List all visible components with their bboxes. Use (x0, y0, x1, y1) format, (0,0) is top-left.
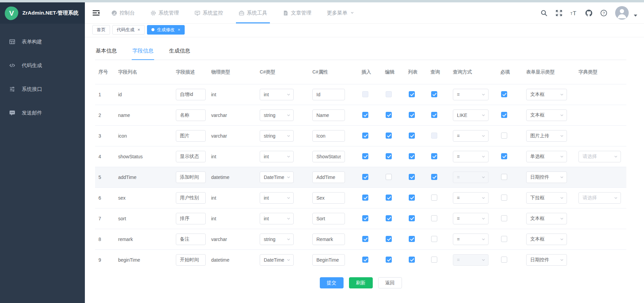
query-type-select[interactable]: LIKE (453, 109, 489, 121)
field-description-input[interactable] (176, 192, 206, 204)
edit-checkbox[interactable] (386, 257, 392, 263)
list-checkbox[interactable] (409, 215, 415, 221)
topnav-item-system-monitor[interactable]: 系统监控 (195, 2, 223, 23)
query-type-select[interactable]: = (453, 234, 489, 245)
topnav-item-console[interactable]: 控制台 (111, 2, 135, 23)
query-checkbox[interactable] (431, 236, 437, 242)
cs-property-input[interactable] (312, 234, 345, 245)
field-description-input[interactable] (176, 89, 206, 100)
field-description-input[interactable] (176, 171, 206, 183)
topnav-item-article-manage[interactable]: 文章管理 (283, 2, 311, 23)
list-checkbox[interactable] (409, 153, 415, 159)
list-checkbox[interactable] (409, 133, 415, 139)
display-type-select[interactable]: 文本框 (526, 213, 567, 224)
query-type-select[interactable]: = (453, 171, 489, 183)
back-button[interactable]: 返回 (378, 277, 402, 288)
query-type-select[interactable]: = (453, 89, 489, 100)
tab-close-icon[interactable]: × (178, 27, 181, 32)
cs-property-input[interactable] (312, 213, 345, 224)
subtab-field-info[interactable]: 字段信息 (132, 43, 154, 60)
list-checkbox[interactable] (409, 174, 415, 180)
required-checkbox[interactable] (501, 195, 507, 201)
display-type-select[interactable]: 图片上传 (526, 130, 567, 142)
topnav-item-system-manage[interactable]: 系统管理 (150, 2, 179, 23)
insert-checkbox[interactable] (362, 153, 368, 159)
edit-checkbox[interactable] (386, 174, 392, 180)
cs-property-input[interactable] (312, 130, 345, 142)
query-checkbox[interactable] (431, 195, 437, 201)
display-type-select[interactable]: 下拉框 (526, 192, 567, 204)
display-type-select[interactable]: 日期控件 (526, 254, 567, 266)
query-checkbox[interactable] (431, 257, 437, 263)
cs-type-select[interactable]: string (260, 109, 294, 121)
edit-checkbox[interactable] (386, 153, 392, 159)
edit-checkbox[interactable] (386, 215, 392, 221)
display-type-select[interactable]: 文本框 (526, 89, 567, 100)
field-description-input[interactable] (176, 254, 206, 266)
edit-checkbox[interactable] (386, 112, 392, 118)
insert-checkbox[interactable] (362, 174, 368, 180)
field-description-input[interactable] (176, 234, 206, 245)
sidebar-item-form-build[interactable]: 表单构建 (0, 30, 85, 54)
cs-type-select[interactable]: int (260, 89, 294, 100)
logo-row[interactable]: V ZrAdmin.NET-管理系统 (0, 2, 85, 24)
subtab-generate-info[interactable]: 生成信息 (168, 43, 191, 60)
insert-checkbox[interactable] (362, 215, 368, 221)
insert-checkbox[interactable] (362, 257, 368, 263)
query-type-select[interactable]: = (453, 213, 489, 224)
insert-checkbox[interactable] (362, 195, 368, 201)
list-checkbox[interactable] (409, 112, 415, 118)
sidebar-item-system-api[interactable]: 系统接口 (0, 77, 85, 101)
insert-checkbox[interactable] (362, 112, 368, 118)
display-type-select[interactable]: 日期控件 (526, 171, 567, 183)
search-icon[interactable] (540, 9, 548, 17)
list-checkbox[interactable] (409, 257, 415, 263)
required-checkbox[interactable] (501, 236, 507, 242)
required-checkbox[interactable] (501, 91, 507, 97)
cs-property-input[interactable] (312, 254, 345, 266)
list-checkbox[interactable] (409, 236, 415, 242)
subtab-basic-info[interactable]: 基本信息 (95, 43, 117, 60)
cs-property-input[interactable] (312, 151, 345, 162)
cs-property-input[interactable] (312, 171, 345, 183)
query-checkbox[interactable] (431, 153, 437, 159)
cs-type-select[interactable]: int (260, 192, 294, 204)
dict-type-select[interactable]: 请选择 (578, 151, 621, 162)
tab-home[interactable]: 首页 (92, 25, 110, 35)
submit-button[interactable]: 提交 (320, 277, 344, 288)
user-avatar[interactable] (615, 6, 629, 20)
display-type-select[interactable]: 单选框 (526, 151, 567, 162)
cs-property-input[interactable] (312, 109, 345, 121)
query-checkbox[interactable] (431, 174, 437, 180)
query-checkbox[interactable] (431, 91, 437, 97)
field-description-input[interactable] (176, 130, 206, 142)
github-icon[interactable] (585, 9, 592, 17)
sidebar-item-code-gen[interactable]: 代码生成 (0, 54, 85, 77)
font-size-icon[interactable]: TT (570, 9, 577, 17)
tab-generate-edit[interactable]: 生成修改× (147, 25, 185, 35)
sidebar-collapse-icon[interactable] (92, 2, 100, 23)
query-type-select[interactable]: = (453, 254, 489, 266)
cs-type-select[interactable]: DateTime (260, 254, 294, 266)
cs-type-select[interactable]: string (260, 130, 294, 142)
insert-checkbox[interactable] (362, 133, 368, 139)
field-description-input[interactable] (176, 151, 206, 162)
cs-type-select[interactable]: int (260, 151, 294, 162)
required-checkbox[interactable] (501, 215, 507, 221)
refresh-button[interactable]: 刷新 (349, 277, 373, 288)
topnav-item-more-menu[interactable]: 更多菜单 (327, 2, 354, 23)
display-type-select[interactable]: 文本框 (526, 234, 567, 245)
avatar-caret-icon[interactable] (634, 12, 637, 18)
topnav-item-system-tools[interactable]: 系统工具 (239, 2, 267, 23)
query-type-select[interactable]: = (453, 192, 489, 204)
edit-checkbox[interactable] (386, 133, 392, 139)
query-type-select[interactable]: = (453, 130, 489, 142)
required-checkbox[interactable] (501, 153, 507, 159)
display-type-select[interactable]: 文本框 (526, 109, 567, 121)
edit-checkbox[interactable] (386, 236, 392, 242)
list-checkbox[interactable] (409, 195, 415, 201)
sidebar-item-send-mail[interactable]: 发送邮件 (0, 101, 85, 125)
cs-type-select[interactable]: int (260, 213, 294, 224)
required-checkbox[interactable] (501, 174, 507, 180)
list-checkbox[interactable] (409, 91, 415, 97)
